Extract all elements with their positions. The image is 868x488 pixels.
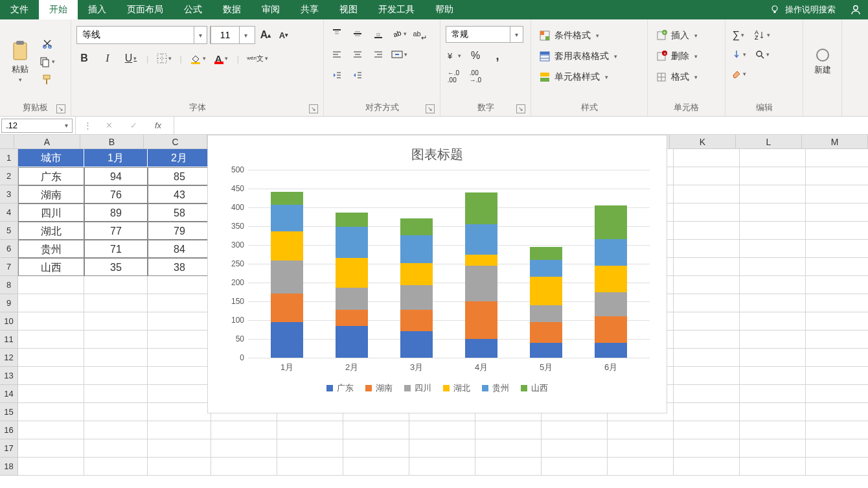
cell[interactable] — [806, 403, 868, 421]
menu-tab-共享[interactable]: 共享 — [290, 0, 329, 19]
bar-segment[interactable] — [336, 213, 368, 227]
column-header[interactable]: B — [80, 135, 144, 148]
bar-group[interactable] — [530, 247, 562, 358]
cell[interactable]: 2月 — [148, 149, 211, 167]
align-top-button[interactable] — [329, 26, 345, 41]
user-account-icon[interactable] — [843, 0, 868, 19]
menu-tab-视图[interactable]: 视图 — [329, 0, 368, 19]
insert-function-button[interactable]: fx — [150, 118, 166, 134]
cell[interactable] — [740, 312, 806, 331]
bar-segment[interactable] — [336, 227, 368, 259]
cell[interactable] — [674, 349, 740, 367]
bar-segment[interactable] — [400, 331, 433, 358]
bar-segment[interactable] — [595, 292, 627, 317]
cell[interactable] — [84, 349, 148, 367]
cell[interactable] — [674, 276, 740, 294]
cell[interactable] — [806, 222, 868, 240]
cell[interactable] — [740, 421, 806, 439]
cell[interactable] — [740, 367, 806, 385]
fill-button[interactable] — [731, 47, 746, 62]
bar-segment[interactable] — [400, 310, 433, 332]
font-dialog-launcher[interactable]: ↘ — [309, 104, 318, 113]
cell[interactable]: 湖北 — [18, 222, 84, 240]
cell[interactable]: 94 — [84, 167, 148, 185]
menu-tab-开始[interactable]: 开始 — [39, 0, 78, 19]
cell[interactable] — [18, 403, 84, 421]
borders-button[interactable] — [156, 51, 172, 66]
bar-segment[interactable] — [400, 263, 433, 285]
bar-segment[interactable] — [530, 260, 562, 277]
bar-segment[interactable] — [530, 305, 562, 322]
cell[interactable] — [84, 331, 148, 349]
cell[interactable] — [475, 421, 542, 439]
column-header[interactable]: L — [736, 135, 802, 148]
cell[interactable]: 76 — [84, 185, 148, 203]
row-header[interactable]: 9 — [0, 294, 18, 312]
find-select-button[interactable] — [754, 47, 770, 62]
cell[interactable] — [84, 458, 148, 476]
cell[interactable] — [740, 240, 806, 258]
legend-item[interactable]: 四川 — [404, 382, 431, 394]
row-header[interactable]: 16 — [0, 421, 18, 439]
align-right-button[interactable] — [371, 47, 386, 62]
chevron-down-icon[interactable]: ▾ — [194, 27, 207, 43]
increase-indent-button[interactable] — [350, 67, 365, 83]
column-header[interactable]: A — [14, 135, 80, 148]
cell[interactable] — [277, 421, 343, 439]
cell[interactable] — [84, 294, 148, 312]
chart-object[interactable]: 图表标题 050100150200250300350400450500 1月2月… — [207, 135, 667, 413]
fill-color-button[interactable] — [190, 51, 206, 66]
bar-segment[interactable] — [271, 205, 303, 231]
cell[interactable] — [740, 403, 806, 421]
cell[interactable] — [475, 458, 542, 476]
autosum-button[interactable]: ∑ — [731, 27, 746, 43]
clipboard-dialog-launcher[interactable]: ↘ — [56, 104, 65, 113]
bar-segment[interactable] — [530, 247, 562, 260]
number-format-select[interactable]: 常规 ▾ — [446, 26, 523, 43]
cut-button[interactable] — [39, 36, 55, 51]
cell[interactable] — [608, 458, 674, 476]
cell[interactable] — [674, 367, 740, 385]
format-painter-button[interactable] — [39, 72, 55, 87]
bar-group[interactable] — [595, 205, 627, 358]
cell[interactable] — [18, 276, 84, 294]
cancel-formula-button[interactable]: ✕ — [101, 118, 117, 134]
merge-button[interactable] — [391, 47, 407, 62]
cell[interactable] — [674, 421, 740, 439]
bar-segment[interactable] — [595, 205, 627, 239]
cell[interactable]: 1月 — [84, 149, 148, 167]
copy-button[interactable] — [39, 54, 55, 69]
cell[interactable] — [806, 185, 868, 203]
menu-tab-帮助[interactable]: 帮助 — [425, 0, 464, 19]
cell[interactable]: 58 — [148, 203, 211, 222]
legend-item[interactable]: 湖北 — [443, 382, 470, 394]
accounting-format-button[interactable]: ¥ — [446, 48, 461, 64]
bar-segment[interactable] — [595, 266, 627, 292]
cell[interactable] — [542, 458, 608, 476]
row-header[interactable]: 5 — [0, 222, 18, 240]
row-header[interactable]: 10 — [0, 312, 18, 331]
align-center-button[interactable] — [350, 47, 365, 62]
bar-segment[interactable] — [465, 339, 497, 358]
cell[interactable] — [674, 222, 740, 240]
cell-styles-button[interactable]: 单元格样式 — [536, 69, 642, 86]
bar-group[interactable] — [336, 213, 368, 358]
decrease-font-button[interactable]: A▾ — [276, 27, 291, 43]
cell[interactable] — [18, 439, 84, 458]
cell[interactable] — [18, 458, 84, 476]
cell[interactable] — [148, 276, 211, 294]
cell[interactable] — [674, 458, 740, 476]
cell[interactable] — [806, 240, 868, 258]
bar-segment[interactable] — [465, 301, 497, 339]
cell[interactable] — [343, 458, 409, 476]
number-dialog-launcher[interactable]: ↘ — [516, 104, 525, 113]
bar-segment[interactable] — [465, 255, 497, 266]
cell[interactable] — [84, 385, 148, 403]
bar-segment[interactable] — [336, 258, 368, 288]
cell[interactable] — [409, 421, 475, 439]
cell[interactable] — [674, 331, 740, 349]
cell[interactable]: 77 — [84, 222, 148, 240]
cell[interactable] — [806, 349, 868, 367]
menu-tab-数据[interactable]: 数据 — [212, 0, 251, 19]
chevron-down-icon[interactable]: ▾ — [510, 27, 523, 42]
